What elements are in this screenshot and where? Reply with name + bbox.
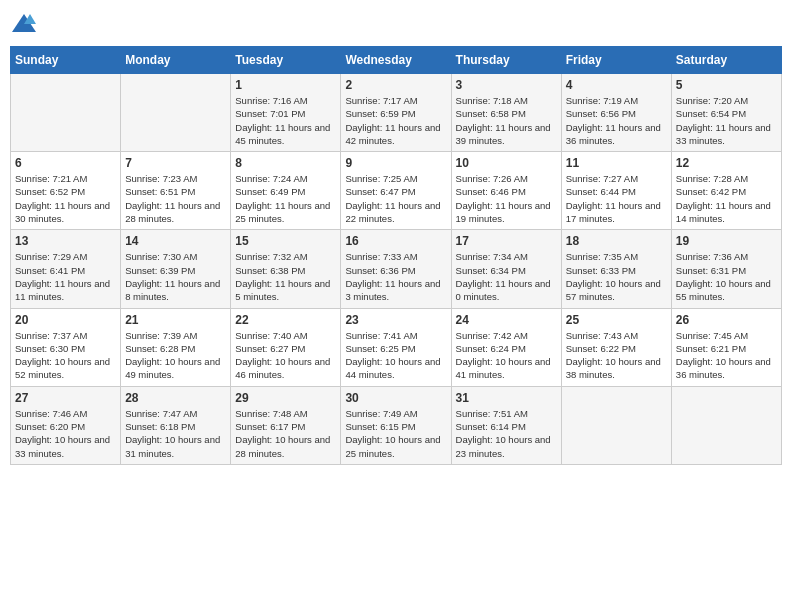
calendar-cell: 10Sunrise: 7:26 AM Sunset: 6:46 PM Dayli…	[451, 152, 561, 230]
calendar-cell: 16Sunrise: 7:33 AM Sunset: 6:36 PM Dayli…	[341, 230, 451, 308]
calendar-cell: 15Sunrise: 7:32 AM Sunset: 6:38 PM Dayli…	[231, 230, 341, 308]
calendar-cell: 5Sunrise: 7:20 AM Sunset: 6:54 PM Daylig…	[671, 74, 781, 152]
day-info: Sunrise: 7:37 AM Sunset: 6:30 PM Dayligh…	[15, 329, 116, 382]
day-number: 3	[456, 78, 557, 92]
calendar-cell	[561, 386, 671, 464]
day-number: 22	[235, 313, 336, 327]
day-info: Sunrise: 7:36 AM Sunset: 6:31 PM Dayligh…	[676, 250, 777, 303]
day-number: 9	[345, 156, 446, 170]
calendar-cell: 21Sunrise: 7:39 AM Sunset: 6:28 PM Dayli…	[121, 308, 231, 386]
day-info: Sunrise: 7:23 AM Sunset: 6:51 PM Dayligh…	[125, 172, 226, 225]
day-info: Sunrise: 7:39 AM Sunset: 6:28 PM Dayligh…	[125, 329, 226, 382]
week-row-2: 6Sunrise: 7:21 AM Sunset: 6:52 PM Daylig…	[11, 152, 782, 230]
calendar-cell	[121, 74, 231, 152]
day-header-friday: Friday	[561, 47, 671, 74]
day-number: 7	[125, 156, 226, 170]
day-number: 12	[676, 156, 777, 170]
day-info: Sunrise: 7:49 AM Sunset: 6:15 PM Dayligh…	[345, 407, 446, 460]
day-header-sunday: Sunday	[11, 47, 121, 74]
day-number: 21	[125, 313, 226, 327]
week-row-3: 13Sunrise: 7:29 AM Sunset: 6:41 PM Dayli…	[11, 230, 782, 308]
day-info: Sunrise: 7:30 AM Sunset: 6:39 PM Dayligh…	[125, 250, 226, 303]
day-number: 19	[676, 234, 777, 248]
day-number: 27	[15, 391, 116, 405]
calendar-table: SundayMondayTuesdayWednesdayThursdayFrid…	[10, 46, 782, 465]
day-number: 6	[15, 156, 116, 170]
calendar-cell: 22Sunrise: 7:40 AM Sunset: 6:27 PM Dayli…	[231, 308, 341, 386]
day-number: 30	[345, 391, 446, 405]
calendar-cell: 30Sunrise: 7:49 AM Sunset: 6:15 PM Dayli…	[341, 386, 451, 464]
day-info: Sunrise: 7:40 AM Sunset: 6:27 PM Dayligh…	[235, 329, 336, 382]
day-info: Sunrise: 7:33 AM Sunset: 6:36 PM Dayligh…	[345, 250, 446, 303]
day-number: 20	[15, 313, 116, 327]
day-number: 29	[235, 391, 336, 405]
day-info: Sunrise: 7:51 AM Sunset: 6:14 PM Dayligh…	[456, 407, 557, 460]
calendar-cell: 19Sunrise: 7:36 AM Sunset: 6:31 PM Dayli…	[671, 230, 781, 308]
calendar-cell: 29Sunrise: 7:48 AM Sunset: 6:17 PM Dayli…	[231, 386, 341, 464]
day-info: Sunrise: 7:41 AM Sunset: 6:25 PM Dayligh…	[345, 329, 446, 382]
day-info: Sunrise: 7:42 AM Sunset: 6:24 PM Dayligh…	[456, 329, 557, 382]
calendar-cell	[11, 74, 121, 152]
day-info: Sunrise: 7:24 AM Sunset: 6:49 PM Dayligh…	[235, 172, 336, 225]
day-info: Sunrise: 7:46 AM Sunset: 6:20 PM Dayligh…	[15, 407, 116, 460]
page-header	[10, 10, 782, 38]
calendar-cell: 2Sunrise: 7:17 AM Sunset: 6:59 PM Daylig…	[341, 74, 451, 152]
day-header-monday: Monday	[121, 47, 231, 74]
calendar-cell: 17Sunrise: 7:34 AM Sunset: 6:34 PM Dayli…	[451, 230, 561, 308]
calendar-cell: 11Sunrise: 7:27 AM Sunset: 6:44 PM Dayli…	[561, 152, 671, 230]
logo	[10, 10, 40, 38]
header-row: SundayMondayTuesdayWednesdayThursdayFrid…	[11, 47, 782, 74]
day-number: 17	[456, 234, 557, 248]
week-row-4: 20Sunrise: 7:37 AM Sunset: 6:30 PM Dayli…	[11, 308, 782, 386]
day-number: 11	[566, 156, 667, 170]
day-number: 1	[235, 78, 336, 92]
day-number: 5	[676, 78, 777, 92]
calendar-cell: 9Sunrise: 7:25 AM Sunset: 6:47 PM Daylig…	[341, 152, 451, 230]
day-info: Sunrise: 7:48 AM Sunset: 6:17 PM Dayligh…	[235, 407, 336, 460]
calendar-cell: 14Sunrise: 7:30 AM Sunset: 6:39 PM Dayli…	[121, 230, 231, 308]
calendar-cell: 6Sunrise: 7:21 AM Sunset: 6:52 PM Daylig…	[11, 152, 121, 230]
week-row-1: 1Sunrise: 7:16 AM Sunset: 7:01 PM Daylig…	[11, 74, 782, 152]
calendar-cell: 24Sunrise: 7:42 AM Sunset: 6:24 PM Dayli…	[451, 308, 561, 386]
day-header-saturday: Saturday	[671, 47, 781, 74]
calendar-cell: 1Sunrise: 7:16 AM Sunset: 7:01 PM Daylig…	[231, 74, 341, 152]
day-number: 26	[676, 313, 777, 327]
logo-icon	[10, 10, 38, 38]
day-number: 2	[345, 78, 446, 92]
day-info: Sunrise: 7:45 AM Sunset: 6:21 PM Dayligh…	[676, 329, 777, 382]
day-number: 14	[125, 234, 226, 248]
calendar-cell: 27Sunrise: 7:46 AM Sunset: 6:20 PM Dayli…	[11, 386, 121, 464]
day-number: 13	[15, 234, 116, 248]
day-info: Sunrise: 7:34 AM Sunset: 6:34 PM Dayligh…	[456, 250, 557, 303]
day-info: Sunrise: 7:47 AM Sunset: 6:18 PM Dayligh…	[125, 407, 226, 460]
day-info: Sunrise: 7:29 AM Sunset: 6:41 PM Dayligh…	[15, 250, 116, 303]
day-number: 24	[456, 313, 557, 327]
day-number: 16	[345, 234, 446, 248]
day-info: Sunrise: 7:28 AM Sunset: 6:42 PM Dayligh…	[676, 172, 777, 225]
day-info: Sunrise: 7:20 AM Sunset: 6:54 PM Dayligh…	[676, 94, 777, 147]
day-number: 15	[235, 234, 336, 248]
day-info: Sunrise: 7:17 AM Sunset: 6:59 PM Dayligh…	[345, 94, 446, 147]
day-info: Sunrise: 7:43 AM Sunset: 6:22 PM Dayligh…	[566, 329, 667, 382]
calendar-cell: 4Sunrise: 7:19 AM Sunset: 6:56 PM Daylig…	[561, 74, 671, 152]
day-info: Sunrise: 7:35 AM Sunset: 6:33 PM Dayligh…	[566, 250, 667, 303]
calendar-cell	[671, 386, 781, 464]
day-number: 10	[456, 156, 557, 170]
day-info: Sunrise: 7:21 AM Sunset: 6:52 PM Dayligh…	[15, 172, 116, 225]
day-number: 18	[566, 234, 667, 248]
day-number: 28	[125, 391, 226, 405]
day-header-wednesday: Wednesday	[341, 47, 451, 74]
day-info: Sunrise: 7:18 AM Sunset: 6:58 PM Dayligh…	[456, 94, 557, 147]
day-number: 4	[566, 78, 667, 92]
calendar-cell: 26Sunrise: 7:45 AM Sunset: 6:21 PM Dayli…	[671, 308, 781, 386]
calendar-cell: 8Sunrise: 7:24 AM Sunset: 6:49 PM Daylig…	[231, 152, 341, 230]
day-info: Sunrise: 7:16 AM Sunset: 7:01 PM Dayligh…	[235, 94, 336, 147]
calendar-cell: 23Sunrise: 7:41 AM Sunset: 6:25 PM Dayli…	[341, 308, 451, 386]
day-number: 8	[235, 156, 336, 170]
calendar-cell: 28Sunrise: 7:47 AM Sunset: 6:18 PM Dayli…	[121, 386, 231, 464]
day-header-thursday: Thursday	[451, 47, 561, 74]
calendar-cell: 12Sunrise: 7:28 AM Sunset: 6:42 PM Dayli…	[671, 152, 781, 230]
day-info: Sunrise: 7:32 AM Sunset: 6:38 PM Dayligh…	[235, 250, 336, 303]
calendar-cell: 7Sunrise: 7:23 AM Sunset: 6:51 PM Daylig…	[121, 152, 231, 230]
day-info: Sunrise: 7:26 AM Sunset: 6:46 PM Dayligh…	[456, 172, 557, 225]
